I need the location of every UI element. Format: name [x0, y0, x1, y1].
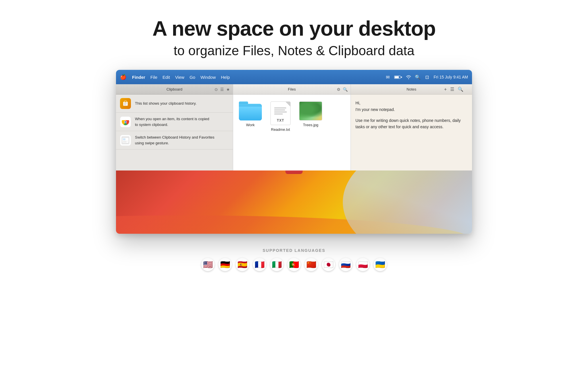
menu-help[interactable]: Help — [221, 75, 230, 80]
clipboard-list-icon[interactable]: ☰ — [220, 87, 224, 92]
svg-point-8 — [125, 121, 126, 123]
hero-subtitle: to organize Files, Notes & Clipboard dat… — [152, 43, 436, 58]
notes-greeting: Hi, I'm your new notepad. — [355, 100, 467, 113]
wifi-icon — [406, 74, 411, 80]
flag-ua: 🇺🇦 — [374, 258, 387, 271]
trees-thumbnail — [299, 101, 322, 120]
files-gear-icon[interactable]: ⚙ — [337, 87, 341, 92]
menubar-search-icon[interactable]: 🔍 — [415, 74, 420, 80]
folder-icon-work — [239, 101, 262, 120]
clipboard-header-icons: ⊙ ☰ ★ — [214, 87, 230, 92]
clipboard-app-icon-1 — [120, 98, 131, 109]
menubar-items: Finder File Edit View Go Window Help — [132, 75, 230, 80]
menu-file[interactable]: File — [150, 75, 157, 80]
notes-add-icon[interactable]: + — [444, 87, 447, 92]
menubar-time: Fri 15 July 9:41 AM — [434, 75, 468, 79]
panels-container: Clipboard ⊙ ☰ ★ T — [116, 84, 472, 170]
apple-icon[interactable]: 🍎 — [120, 74, 126, 80]
notes-panel: Notes + ☰ 🔍 Hi, I'm your new notepad. Us… — [351, 84, 472, 170]
file-item-readme[interactable]: TXT Readme.txt — [270, 101, 291, 132]
files-search-icon[interactable]: 🔍 — [343, 87, 348, 92]
clipboard-item-1-text: This list shows your clipboard history. — [135, 101, 196, 106]
svg-rect-2 — [124, 103, 127, 103]
hero-title: A new space on your desktop — [152, 17, 436, 40]
file-item-work[interactable]: Work — [239, 101, 262, 127]
clipboard-panel-header: Clipboard ⊙ ☰ ★ — [116, 84, 233, 95]
notes-list-icon[interactable]: ☰ — [450, 87, 454, 92]
supported-languages-section: SUPPORTED LANGUAGES 🇺🇸 🇩🇪 🇪🇸 🇫🇷 🇮🇹 🇵🇹 🇨🇳… — [201, 248, 387, 271]
notes-header-icons: + ☰ 🔍 — [444, 87, 463, 92]
desktop-button[interactable] — [285, 170, 303, 174]
flag-pt: 🇵🇹 — [287, 258, 301, 271]
notes-body: Use me for writing down quick notes, pho… — [355, 117, 467, 130]
svg-rect-11 — [123, 138, 125, 140]
notes-content: Hi, I'm your new notepad. Use me for wri… — [351, 95, 472, 170]
flag-it: 🇮🇹 — [270, 258, 283, 271]
wallpaper-bg — [116, 170, 472, 234]
file-label-readme: Readme.txt — [271, 127, 290, 132]
flag-pl: 🇵🇱 — [356, 258, 370, 271]
txt-badge: TXT — [277, 118, 284, 122]
menu-view[interactable]: View — [175, 75, 184, 80]
svg-rect-3 — [124, 104, 126, 104]
clipboard-item-1[interactable]: This list shows your clipboard history. — [116, 95, 233, 113]
menu-finder[interactable]: Finder — [132, 75, 145, 80]
svg-rect-12 — [123, 141, 128, 141]
clipboard-title: Clipboard — [167, 87, 183, 91]
file-label-trees: Trees.jpg — [303, 123, 318, 127]
clipboard-item-3[interactable]: Switch between Clipboard History and Fav… — [116, 131, 233, 150]
clipboard-star-icon[interactable]: ★ — [226, 87, 230, 92]
notes-panel-header: Notes + ☰ 🔍 — [351, 84, 472, 95]
flag-us: 🇺🇸 — [201, 258, 214, 271]
clipboard-item-2[interactable]: When you open an item, its content is co… — [116, 113, 233, 131]
clipboard-app-icon-2 — [120, 116, 131, 127]
file-item-trees[interactable]: Trees.jpg — [299, 101, 322, 127]
flag-jp: 🇯🇵 — [322, 258, 335, 271]
menu-go[interactable]: Go — [189, 75, 195, 80]
menu-window[interactable]: Window — [200, 75, 216, 80]
file-label-work: Work — [246, 123, 255, 127]
flag-es: 🇪🇸 — [236, 258, 249, 271]
mail-icon[interactable]: ✉ — [385, 74, 390, 80]
clipboard-panel: Clipboard ⊙ ☰ ★ T — [116, 84, 233, 170]
txt-icon-readme: TXT — [270, 101, 291, 125]
notes-title: Notes — [407, 87, 416, 91]
flags-row: 🇺🇸 🇩🇪 🇪🇸 🇫🇷 🇮🇹 🇵🇹 🇨🇳 🇯🇵 🇷🇺 🇵🇱 🇺🇦 — [201, 258, 387, 271]
notes-search-icon[interactable]: 🔍 — [458, 87, 463, 92]
menubar: 🍎 Finder File Edit View Go Window Help ✉ — [116, 70, 472, 84]
screen-record-icon[interactable]: ⊡ — [424, 74, 430, 80]
battery-icon — [394, 76, 402, 79]
hero-section: A new space on your desktop to organize … — [152, 17, 436, 58]
clipboard-item-2-text: When you open an item, its content is co… — [135, 116, 209, 127]
mac-window: 🍎 Finder File Edit View Go Window Help ✉ — [116, 70, 472, 234]
menu-edit[interactable]: Edit — [163, 75, 170, 80]
flag-de: 🇩🇪 — [218, 258, 232, 271]
files-panel-header: Files ⚙ 🔍 — [233, 84, 351, 95]
flag-ru: 🇷🇺 — [339, 258, 352, 271]
svg-rect-1 — [124, 101, 127, 102]
wallpaper-wave-2 — [343, 170, 472, 234]
svg-rect-13 — [123, 142, 126, 142]
clipboard-item-3-text: Switch between Clipboard History and Fav… — [135, 135, 214, 146]
files-panel: Files ⚙ 🔍 Work — [233, 84, 351, 170]
desktop-wallpaper — [116, 170, 472, 234]
flag-fr: 🇫🇷 — [253, 258, 266, 271]
supported-label: SUPPORTED LANGUAGES — [201, 248, 387, 253]
svg-rect-4 — [124, 105, 126, 105]
files-title: Files — [288, 87, 296, 91]
clipboard-record-icon[interactable]: ⊙ — [214, 87, 218, 92]
files-header-icons: ⚙ 🔍 — [337, 87, 348, 92]
menubar-right: ✉ 🔍 ⊡ Fri 15 July 9:41 AM — [385, 74, 468, 80]
flag-cn: 🇨🇳 — [305, 258, 318, 271]
clipboard-app-icon-3 — [120, 135, 131, 146]
files-content: Work TXT Readme.txt — [233, 95, 351, 139]
